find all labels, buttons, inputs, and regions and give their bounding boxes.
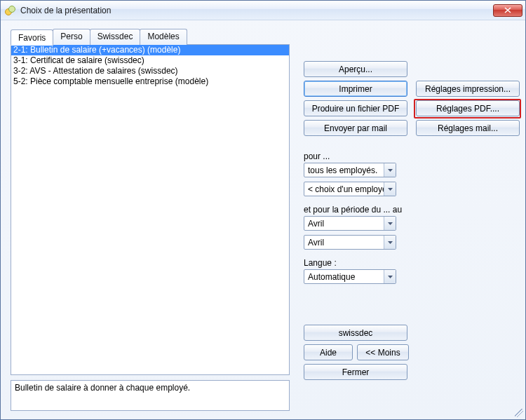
dialog-window: Choix de la présentation Favoris Perso S… — [0, 0, 526, 420]
window-title: Choix de la présentation — [20, 6, 493, 15]
combo-value: < choix d'un employé > — [304, 184, 384, 194]
langue-section: Langue : Automatique — [304, 258, 514, 284]
periode-from-combobox[interactable]: Avril — [304, 216, 396, 231]
combo-value: tous les employés. — [304, 165, 384, 175]
apercu-button[interactable]: Aperçu... — [304, 61, 407, 77]
pour-section: pour ... tous les employés. < choix d'un… — [304, 151, 514, 196]
titlebar: Choix de la présentation — [1, 1, 525, 20]
chevron-down-icon — [384, 270, 396, 283]
moins-button[interactable]: << Moins — [357, 344, 409, 360]
app-icon — [5, 5, 16, 16]
langue-combobox[interactable]: Automatique — [304, 269, 396, 284]
periode-to-combobox[interactable]: Avril — [304, 235, 396, 250]
tab-bar: Favoris Perso Swissdec Modèles — [11, 29, 515, 45]
list-item[interactable]: 2-1: Bulletin de salaire (+vacances) (mo… — [11, 45, 289, 55]
description-box: Bulletin de salaire à donner à chaque em… — [11, 380, 290, 411]
bottom-buttons: swissdec Aide << Moins Fermer — [304, 325, 514, 380]
tab-modeles[interactable]: Modèles — [140, 29, 187, 45]
chevron-down-icon — [384, 163, 396, 177]
reglages-impression-button[interactable]: Réglages impression... — [416, 81, 520, 97]
reglages-pdf-button[interactable]: Réglages PDF.... — [416, 100, 520, 116]
tab-page: 2-1: Bulletin de salaire (+vacances) (mo… — [11, 44, 290, 375]
aide-button[interactable]: Aide — [304, 344, 353, 360]
settings-buttons: Réglages impression... Réglages PDF.... … — [416, 81, 520, 136]
periode-section: et pour la période du ... au Avril Avril — [304, 205, 514, 250]
langue-label: Langue : — [304, 258, 514, 268]
pour-label: pour ... — [304, 151, 514, 161]
imprimer-button[interactable]: Imprimer — [304, 81, 407, 97]
right-column: Aperçu... Imprimer Produire un fichier P… — [304, 61, 514, 380]
close-button[interactable] — [493, 4, 522, 17]
pour-choix-combobox[interactable]: < choix d'un employé > — [304, 182, 396, 196]
swissdec-button[interactable]: swissdec — [304, 325, 407, 341]
list-item[interactable]: 5-2: Pièce comptable mensuelle entrepris… — [11, 76, 289, 87]
combo-value: Avril — [304, 238, 384, 248]
list-item[interactable]: 3-2: AVS - Attestation de salaires (swis… — [11, 66, 289, 76]
resize-grip[interactable] — [515, 409, 523, 417]
combo-value: Avril — [304, 219, 384, 229]
tab-perso[interactable]: Perso — [53, 29, 90, 45]
svg-point-1 — [9, 6, 15, 12]
list-item[interactable]: 3-1: Certificat de salaire (swissdec) — [11, 55, 289, 66]
tab-favoris[interactable]: Favoris — [11, 29, 53, 46]
reglages-mail-button[interactable]: Réglages mail... — [416, 120, 520, 136]
chevron-down-icon — [384, 182, 396, 196]
envoyer-mail-button[interactable]: Envoyer par mail — [304, 120, 407, 136]
presentation-list[interactable]: 2-1: Bulletin de salaire (+vacances) (mo… — [11, 45, 289, 87]
description-text: Bulletin de salaire à donner à chaque em… — [15, 383, 190, 393]
tab-swissdec[interactable]: Swissdec — [90, 29, 141, 45]
client-area: Favoris Perso Swissdec Modèles 2-1: Bull… — [1, 20, 525, 419]
chevron-down-icon — [384, 236, 396, 249]
chevron-down-icon — [384, 217, 396, 230]
periode-label: et pour la période du ... au — [304, 205, 514, 215]
produire-pdf-button[interactable]: Produire un fichier PDF — [304, 100, 407, 116]
pour-employes-combobox[interactable]: tous les employés. — [304, 163, 396, 177]
combo-value: Automatique — [304, 272, 384, 282]
close-icon — [504, 7, 511, 13]
fermer-button[interactable]: Fermer — [304, 364, 407, 380]
